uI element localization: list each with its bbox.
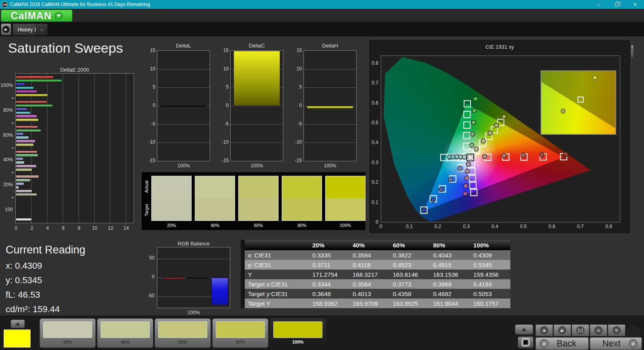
framed-square-icon — [522, 338, 530, 346]
delta-chart-plot — [303, 50, 357, 161]
cell-value: 0.4043 — [430, 250, 470, 260]
deltae-bar — [16, 182, 24, 185]
pattern-label: 100% — [270, 340, 326, 344]
measurement-point — [470, 143, 474, 148]
saturation-swatch-panel: ActualTarget20%40%60%80%100% — [142, 172, 365, 230]
delta-chart-x-label: 100% — [230, 163, 283, 169]
group-label: 100% — [0, 82, 13, 88]
y-tick-label: -15 — [142, 158, 155, 163]
cell-value: 163.1536 — [430, 270, 470, 279]
axis-dash — [12, 123, 14, 124]
stop-button[interactable]: ■ — [535, 324, 553, 336]
y-tick-label: 0.6 — [368, 100, 378, 106]
gridline — [231, 106, 283, 106]
next-button[interactable]: Next » — [590, 337, 642, 350]
column-header: 80% — [430, 240, 470, 250]
pattern-chip — [101, 321, 150, 338]
measurement-point — [464, 184, 468, 188]
loop-brackets-button[interactable]: [‥] — [572, 324, 589, 336]
cell-value: 0.3822 — [390, 250, 430, 260]
window-titlebar[interactable]: CM CalMAN 2016 CalMAN Ultimate for Busin… — [0, 0, 644, 9]
y-tick-label: -10 — [215, 139, 229, 145]
gridline — [63, 74, 63, 223]
row-notch — [241, 250, 245, 260]
deltae-bar — [16, 132, 24, 136]
y-tick-label: 0 — [288, 103, 302, 108]
deltae-chart — [15, 73, 134, 223]
delta-bar — [307, 106, 353, 109]
deltae-bar — [16, 161, 25, 164]
minimize-button[interactable]: – — [590, 0, 608, 9]
tab-scroll-button[interactable]: ▶ — [1, 23, 11, 35]
swatch-target — [282, 198, 322, 220]
calman-app: CM CalMAN 2016 CalMAN Ultimate for Busin… — [0, 0, 644, 350]
pattern-button-80%[interactable]: 80% — [212, 318, 268, 348]
rgb-balance-title: RGB Balance — [157, 241, 230, 247]
calman-menu-button[interactable]: CalMAN — [1, 10, 72, 22]
column-header: 40% — [349, 240, 390, 250]
collapse-controls-button[interactable] — [515, 324, 533, 335]
target-square — [464, 111, 470, 118]
back-button[interactable]: « Back — [535, 337, 589, 350]
next-arrows-icon: » — [629, 339, 638, 348]
table-row: Target Y168.9362165.9709163.6925161.9044… — [241, 299, 510, 308]
pattern-button-60%[interactable]: 60% — [155, 318, 211, 348]
x-tick-label: 12 — [106, 225, 114, 231]
x-tick-label: 0.3 — [462, 224, 471, 229]
y-tick-label: -5 — [142, 121, 155, 127]
pattern-button-100%[interactable]: 100% — [270, 318, 326, 348]
target-square — [469, 175, 476, 181]
axis-dash — [12, 148, 14, 148]
cie-zoom-inset — [541, 70, 616, 135]
pattern-button-40%[interactable]: 40% — [97, 318, 153, 348]
pattern-chip — [273, 321, 322, 338]
y-tick-label: -10 — [142, 139, 155, 145]
gridline — [157, 69, 210, 70]
play-button[interactable]: ▶ — [553, 324, 571, 336]
logo-strip: CalMAN — [0, 9, 644, 22]
collapse-pattern-panel-button[interactable] — [10, 319, 25, 328]
restore-button[interactable] — [608, 0, 626, 9]
stop-icon: ■ — [540, 326, 548, 334]
chevron-up-icon — [522, 328, 526, 331]
cie-y-axis: 00.10.20.30.40.50.60.70.8 — [369, 56, 380, 222]
group-label: 100 — [0, 207, 13, 212]
target-square — [464, 143, 470, 150]
pattern-label: 60% — [155, 340, 211, 344]
refresh-icon: ↻ — [613, 326, 621, 334]
measurement-point — [422, 208, 426, 212]
y-tick-label: 15 — [288, 47, 302, 53]
column-header — [245, 240, 309, 250]
delta-chart-title: DeltaH — [303, 43, 357, 49]
swatch-actual — [152, 176, 191, 198]
rgb-balance-y-axis: 500-50 — [142, 247, 156, 308]
deltae-bar — [16, 79, 62, 82]
next-label: Next — [594, 338, 629, 349]
y-tick-label: -15 — [215, 158, 229, 163]
gridline — [231, 124, 283, 125]
x-tick-label: 0.6 — [547, 224, 557, 229]
cell-value: 163.6925 — [390, 299, 430, 308]
continuous-button[interactable]: ∞ — [590, 324, 607, 336]
column-header: 20% — [309, 240, 349, 250]
deltae-bar — [16, 86, 34, 90]
y-tick-label: -5 — [215, 121, 229, 127]
y-tick-label: 15 — [215, 47, 229, 53]
tab-label: History 1 — [18, 27, 37, 33]
close-button[interactable]: × — [626, 0, 644, 9]
swatch-row-label: Target — [144, 198, 149, 222]
refresh-button[interactable]: ↻ — [608, 324, 625, 336]
pattern-window-button[interactable] — [518, 336, 534, 348]
add-tab-button[interactable]: + — [36, 23, 48, 36]
cell-value: 161.9044 — [430, 299, 470, 308]
cell-value: 0.4118 — [349, 260, 390, 270]
column-header: 100% — [470, 240, 510, 250]
pattern-button-20%[interactable]: 20% — [39, 318, 96, 348]
swatch-target — [239, 198, 278, 220]
continuous-icon: ∞ — [594, 326, 603, 334]
measurement-point — [564, 152, 568, 156]
measurement-point — [465, 169, 469, 173]
cell-value: 0.4682 — [430, 289, 470, 299]
gridline — [157, 87, 210, 88]
plus-icon: + — [40, 27, 43, 33]
